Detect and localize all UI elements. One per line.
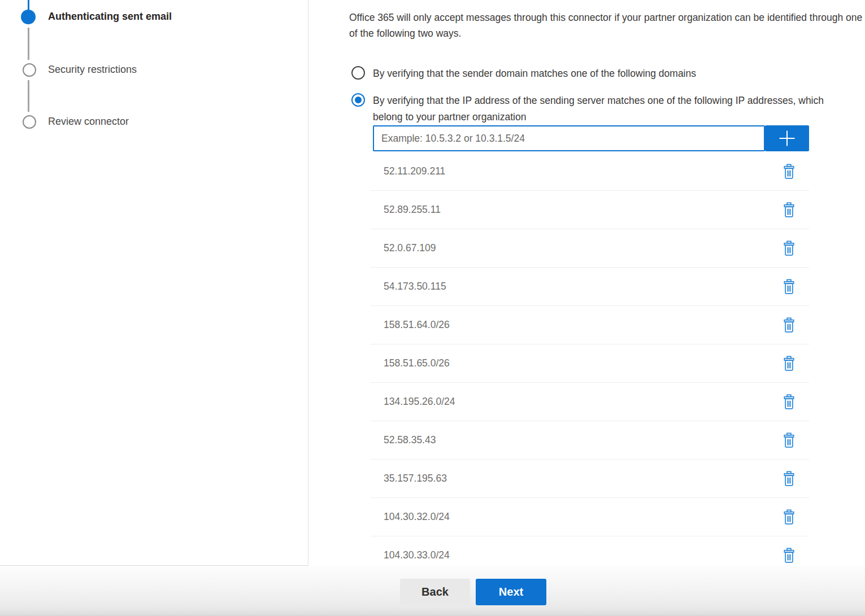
ip-address-row: 158.51.64.0/26 (371, 306, 809, 344)
ip-address-value: 52.0.67.109 (384, 242, 436, 254)
step-authenticating-sent-email[interactable]: Authenticating sent email (48, 11, 172, 23)
ip-address-list: 52.11.209.211 52.89.255.11 (371, 152, 809, 566)
delete-ip-button[interactable] (781, 316, 797, 334)
back-button[interactable]: Back (400, 579, 470, 605)
ip-address-row: 104.30.32.0/24 (371, 498, 809, 536)
ip-address-value: 134.195.26.0/24 (384, 396, 455, 408)
step-security-restrictions[interactable]: Security restrictions (48, 64, 137, 76)
ip-address-value: 104.30.32.0/24 (384, 511, 450, 523)
delete-ip-button[interactable] (781, 508, 797, 526)
delete-ip-button[interactable] (781, 470, 797, 488)
trash-icon (783, 317, 796, 333)
delete-ip-button[interactable] (781, 355, 797, 373)
step-connector (28, 28, 29, 60)
step-connector (28, 80, 29, 112)
trash-icon (783, 548, 796, 563)
trash-icon (783, 356, 796, 372)
trash-icon (783, 509, 796, 525)
delete-ip-button[interactable] (781, 393, 797, 411)
delete-ip-button[interactable] (781, 163, 797, 181)
ip-address-row: 52.11.209.211 (371, 152, 809, 191)
ip-address-value: 35.157.195.63 (384, 473, 447, 484)
next-button[interactable]: Next (476, 579, 546, 605)
ip-address-row: 134.195.26.0/24 (371, 383, 809, 421)
ip-address-row: 52.89.255.11 (371, 191, 809, 229)
ip-address-value: 104.30.33.0/24 (384, 549, 450, 561)
step-connector-done (28, 0, 29, 10)
trash-icon (783, 279, 796, 295)
radio-sender-domain[interactable] (351, 66, 365, 80)
trash-icon (783, 394, 796, 410)
ip-address-input[interactable] (373, 125, 765, 151)
delete-ip-button[interactable] (781, 239, 797, 257)
ip-address-row: 104.30.33.0/24 (371, 536, 809, 566)
step-active-dot (21, 10, 36, 24)
step-upcoming-circle (23, 115, 36, 129)
delete-ip-button[interactable] (781, 278, 797, 296)
ip-address-value: 158.51.64.0/26 (384, 319, 450, 331)
wizard-footer: Back Next (0, 566, 865, 616)
wizard-steps-pane: Authenticating sent email Security restr… (0, 0, 308, 566)
connector-settings-pane: Office 365 will only accept messages thr… (308, 0, 865, 566)
trash-icon (783, 164, 796, 180)
ip-address-row: 54.173.50.115 (371, 268, 809, 306)
trash-icon (783, 432, 796, 448)
radio-sender-domain-label[interactable]: By verifying that the sender domain matc… (373, 65, 825, 82)
ip-address-value: 52.89.255.11 (384, 204, 441, 216)
radio-ip-address-label[interactable]: By verifying that the IP address of the … (373, 93, 841, 125)
delete-ip-button[interactable] (781, 547, 797, 565)
intro-text: Office 365 will only accept messages thr… (349, 10, 864, 41)
trash-icon (783, 202, 796, 218)
ip-address-row: 35.157.195.63 (371, 460, 809, 498)
radio-ip-address[interactable] (351, 93, 365, 107)
trash-icon (783, 241, 796, 256)
ip-address-value: 52.11.209.211 (384, 165, 445, 177)
add-ip-button[interactable] (765, 125, 809, 151)
trash-icon (783, 471, 796, 487)
delete-ip-button[interactable] (781, 431, 797, 449)
ip-address-row: 52.0.67.109 (371, 229, 809, 268)
ip-address-value: 54.173.50.115 (384, 281, 446, 292)
ip-address-row: 158.51.65.0/26 (371, 344, 809, 383)
ip-address-row: 52.58.35.43 (371, 421, 809, 460)
step-upcoming-circle (23, 63, 36, 77)
delete-ip-button[interactable] (781, 201, 797, 219)
plus-icon (778, 129, 796, 147)
ip-address-value: 158.51.65.0/26 (384, 357, 450, 369)
step-review-connector[interactable]: Review connector (48, 116, 129, 128)
ip-address-value: 52.58.35.43 (384, 434, 436, 446)
